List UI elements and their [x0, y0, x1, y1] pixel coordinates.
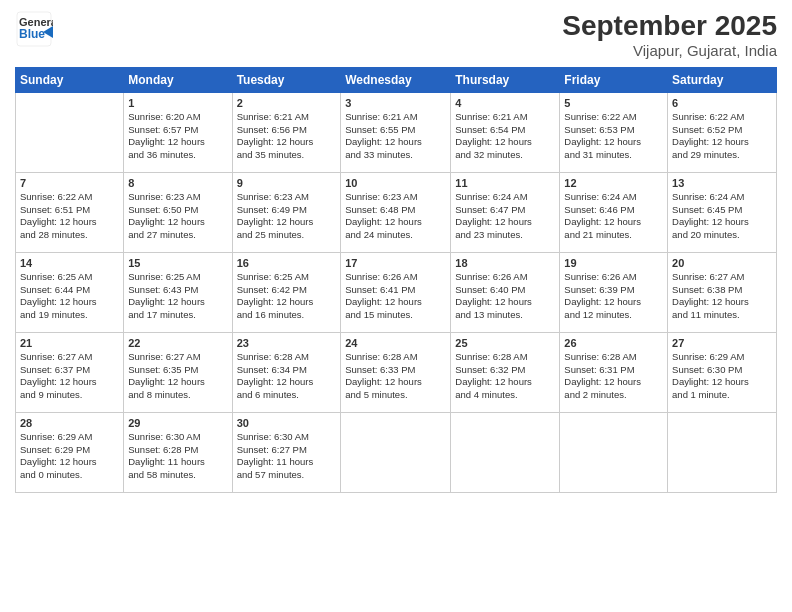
table-row: 19Sunrise: 6:26 AMSunset: 6:39 PMDayligh…: [560, 253, 668, 333]
day-number: 2: [237, 96, 337, 111]
table-row: 12Sunrise: 6:24 AMSunset: 6:46 PMDayligh…: [560, 173, 668, 253]
day-info: Sunrise: 6:21 AMSunset: 6:54 PMDaylight:…: [455, 111, 555, 162]
table-row: 17Sunrise: 6:26 AMSunset: 6:41 PMDayligh…: [341, 253, 451, 333]
page-title: September 2025: [562, 10, 777, 42]
day-info: Sunrise: 6:27 AMSunset: 6:38 PMDaylight:…: [672, 271, 772, 322]
day-info: Sunrise: 6:23 AMSunset: 6:50 PMDaylight:…: [128, 191, 227, 242]
table-row: 27Sunrise: 6:29 AMSunset: 6:30 PMDayligh…: [668, 333, 777, 413]
page-subtitle: Vijapur, Gujarat, India: [562, 42, 777, 59]
table-row: 6Sunrise: 6:22 AMSunset: 6:52 PMDaylight…: [668, 93, 777, 173]
day-number: 23: [237, 336, 337, 351]
table-row: 5Sunrise: 6:22 AMSunset: 6:53 PMDaylight…: [560, 93, 668, 173]
day-info: Sunrise: 6:28 AMSunset: 6:33 PMDaylight:…: [345, 351, 446, 402]
day-info: Sunrise: 6:25 AMSunset: 6:43 PMDaylight:…: [128, 271, 227, 322]
logo-icon: General Blue: [15, 10, 53, 48]
calendar-week-row: 7Sunrise: 6:22 AMSunset: 6:51 PMDaylight…: [16, 173, 777, 253]
calendar-week-row: 28Sunrise: 6:29 AMSunset: 6:29 PMDayligh…: [16, 413, 777, 493]
day-number: 10: [345, 176, 446, 191]
table-row: 10Sunrise: 6:23 AMSunset: 6:48 PMDayligh…: [341, 173, 451, 253]
day-info: Sunrise: 6:30 AMSunset: 6:27 PMDaylight:…: [237, 431, 337, 482]
calendar-week-row: 1Sunrise: 6:20 AMSunset: 6:57 PMDaylight…: [16, 93, 777, 173]
day-number: 7: [20, 176, 119, 191]
day-info: Sunrise: 6:28 AMSunset: 6:31 PMDaylight:…: [564, 351, 663, 402]
day-info: Sunrise: 6:29 AMSunset: 6:30 PMDaylight:…: [672, 351, 772, 402]
table-row: 11Sunrise: 6:24 AMSunset: 6:47 PMDayligh…: [451, 173, 560, 253]
day-number: 21: [20, 336, 119, 351]
table-row: 30Sunrise: 6:30 AMSunset: 6:27 PMDayligh…: [232, 413, 341, 493]
day-info: Sunrise: 6:27 AMSunset: 6:35 PMDaylight:…: [128, 351, 227, 402]
day-info: Sunrise: 6:22 AMSunset: 6:53 PMDaylight:…: [564, 111, 663, 162]
table-row: 18Sunrise: 6:26 AMSunset: 6:40 PMDayligh…: [451, 253, 560, 333]
header-wednesday: Wednesday: [341, 68, 451, 93]
table-row: 28Sunrise: 6:29 AMSunset: 6:29 PMDayligh…: [16, 413, 124, 493]
day-number: 6: [672, 96, 772, 111]
day-number: 4: [455, 96, 555, 111]
day-number: 5: [564, 96, 663, 111]
table-row: 26Sunrise: 6:28 AMSunset: 6:31 PMDayligh…: [560, 333, 668, 413]
day-info: Sunrise: 6:21 AMSunset: 6:55 PMDaylight:…: [345, 111, 446, 162]
day-info: Sunrise: 6:20 AMSunset: 6:57 PMDaylight:…: [128, 111, 227, 162]
day-info: Sunrise: 6:26 AMSunset: 6:41 PMDaylight:…: [345, 271, 446, 322]
table-row: 21Sunrise: 6:27 AMSunset: 6:37 PMDayligh…: [16, 333, 124, 413]
day-number: 19: [564, 256, 663, 271]
table-row: 13Sunrise: 6:24 AMSunset: 6:45 PMDayligh…: [668, 173, 777, 253]
day-number: 30: [237, 416, 337, 431]
calendar-week-row: 14Sunrise: 6:25 AMSunset: 6:44 PMDayligh…: [16, 253, 777, 333]
table-row: 3Sunrise: 6:21 AMSunset: 6:55 PMDaylight…: [341, 93, 451, 173]
table-row: 24Sunrise: 6:28 AMSunset: 6:33 PMDayligh…: [341, 333, 451, 413]
table-row: [560, 413, 668, 493]
day-info: Sunrise: 6:22 AMSunset: 6:51 PMDaylight:…: [20, 191, 119, 242]
day-info: Sunrise: 6:25 AMSunset: 6:44 PMDaylight:…: [20, 271, 119, 322]
day-number: 24: [345, 336, 446, 351]
calendar-header-row: Sunday Monday Tuesday Wednesday Thursday…: [16, 68, 777, 93]
day-number: 27: [672, 336, 772, 351]
table-row: 20Sunrise: 6:27 AMSunset: 6:38 PMDayligh…: [668, 253, 777, 333]
day-info: Sunrise: 6:28 AMSunset: 6:34 PMDaylight:…: [237, 351, 337, 402]
day-info: Sunrise: 6:23 AMSunset: 6:49 PMDaylight:…: [237, 191, 337, 242]
table-row: 2Sunrise: 6:21 AMSunset: 6:56 PMDaylight…: [232, 93, 341, 173]
page: General Blue September 2025 Vijapur, Guj…: [0, 0, 792, 612]
table-row: [668, 413, 777, 493]
table-row: 4Sunrise: 6:21 AMSunset: 6:54 PMDaylight…: [451, 93, 560, 173]
day-number: 25: [455, 336, 555, 351]
table-row: 23Sunrise: 6:28 AMSunset: 6:34 PMDayligh…: [232, 333, 341, 413]
table-row: [451, 413, 560, 493]
day-number: 14: [20, 256, 119, 271]
day-number: 13: [672, 176, 772, 191]
logo: General Blue: [15, 10, 57, 52]
day-number: 8: [128, 176, 227, 191]
day-number: 17: [345, 256, 446, 271]
day-info: Sunrise: 6:21 AMSunset: 6:56 PMDaylight:…: [237, 111, 337, 162]
table-row: 1Sunrise: 6:20 AMSunset: 6:57 PMDaylight…: [124, 93, 232, 173]
header-tuesday: Tuesday: [232, 68, 341, 93]
table-row: 9Sunrise: 6:23 AMSunset: 6:49 PMDaylight…: [232, 173, 341, 253]
day-number: 20: [672, 256, 772, 271]
calendar-week-row: 21Sunrise: 6:27 AMSunset: 6:37 PMDayligh…: [16, 333, 777, 413]
day-info: Sunrise: 6:24 AMSunset: 6:45 PMDaylight:…: [672, 191, 772, 242]
day-number: 26: [564, 336, 663, 351]
table-row: 29Sunrise: 6:30 AMSunset: 6:28 PMDayligh…: [124, 413, 232, 493]
header-sunday: Sunday: [16, 68, 124, 93]
table-row: 14Sunrise: 6:25 AMSunset: 6:44 PMDayligh…: [16, 253, 124, 333]
table-row: [16, 93, 124, 173]
svg-text:Blue: Blue: [19, 27, 45, 41]
day-number: 9: [237, 176, 337, 191]
header-monday: Monday: [124, 68, 232, 93]
day-info: Sunrise: 6:30 AMSunset: 6:28 PMDaylight:…: [128, 431, 227, 482]
calendar: Sunday Monday Tuesday Wednesday Thursday…: [15, 67, 777, 493]
table-row: 16Sunrise: 6:25 AMSunset: 6:42 PMDayligh…: [232, 253, 341, 333]
day-info: Sunrise: 6:24 AMSunset: 6:46 PMDaylight:…: [564, 191, 663, 242]
header: General Blue September 2025 Vijapur, Guj…: [15, 10, 777, 59]
day-number: 16: [237, 256, 337, 271]
day-info: Sunrise: 6:25 AMSunset: 6:42 PMDaylight:…: [237, 271, 337, 322]
table-row: 7Sunrise: 6:22 AMSunset: 6:51 PMDaylight…: [16, 173, 124, 253]
day-number: 22: [128, 336, 227, 351]
table-row: 8Sunrise: 6:23 AMSunset: 6:50 PMDaylight…: [124, 173, 232, 253]
title-block: September 2025 Vijapur, Gujarat, India: [562, 10, 777, 59]
day-info: Sunrise: 6:29 AMSunset: 6:29 PMDaylight:…: [20, 431, 119, 482]
day-info: Sunrise: 6:24 AMSunset: 6:47 PMDaylight:…: [455, 191, 555, 242]
day-number: 12: [564, 176, 663, 191]
day-info: Sunrise: 6:27 AMSunset: 6:37 PMDaylight:…: [20, 351, 119, 402]
day-number: 11: [455, 176, 555, 191]
day-info: Sunrise: 6:23 AMSunset: 6:48 PMDaylight:…: [345, 191, 446, 242]
